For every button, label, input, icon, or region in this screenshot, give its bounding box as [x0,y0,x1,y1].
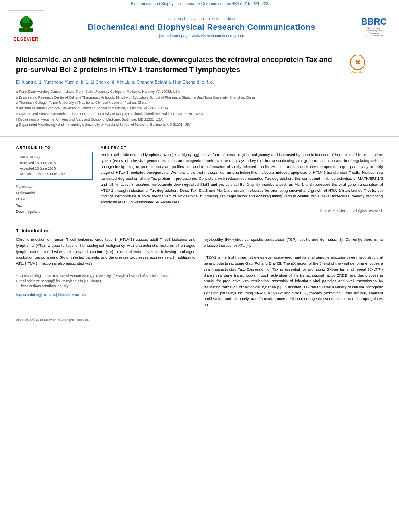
keyword-tax: Tax [16,203,93,209]
article-info-heading: ARTICLE INFO [16,146,93,150]
abstract-text: Adult T cell leukemia and lymphoma (ATL)… [101,152,383,205]
doi-link[interactable]: http://dx.doi.org/10.1016/j.bbrc.2015.06… [16,293,86,297]
crossmark: ✕ CrossMark [350,55,366,71]
bottom-bar: 0006-291X/© 2015 Elsevier Inc. All right… [0,316,399,323]
email-note: E-mail address: hcheng@ihv.umaryland.edu… [16,279,195,284]
svg-point-2 [22,16,30,23]
equal-contrib-note: 1 These authors contribute equally. [16,283,195,289]
keyword-downregulation: Down-regulation [16,209,93,215]
journal-title: Biochemical and Biophysical Research Com… [48,23,355,32]
header-center: Contents lists available at ScienceDirec… [44,16,359,38]
article-title-section: Niclosamide, an anti-helminthic molecule… [0,47,399,132]
journal-citation: Biochemical and Biophysical Research Com… [0,0,399,7]
intro-right-col: myelopathy (HAM)/tropical spastic parapa… [204,237,383,308]
crossmark-icon: ✕ [350,55,365,70]
keyword-niclosamide: Niclosamide [16,190,93,196]
affiliations: a Penn State Hershey Cancer Institute, P… [16,89,383,127]
elsevier-logo: ELSEVIER [8,10,44,43]
main-content: ARTICLE INFO Article history: Received 1… [0,141,399,220]
intro-right-text: myelopathy (HAM)/tropical spastic parapa… [204,237,383,308]
sciencedirect-link: Contents lists available at ScienceDirec… [48,16,355,21]
journal-header: ELSEVIER Contents lists available at Sci… [0,7,399,47]
keywords-label: Keywords: [16,185,93,189]
authors: Di Xiang a, 1, Yunsheng Yuan a, b, 1, Li… [16,79,383,86]
article-title: Niclosamide, an anti-helminthic molecule… [16,55,346,75]
bbrc-logo: BBRC Biochemicaland BiophysicalResearchC… [359,12,391,42]
article-history-box: Article history: Received 16 June 2015 A… [16,152,93,180]
keyword-htlv1: HTLV-1 [16,196,93,202]
footnote-section: * Corresponding author. Institute of Hum… [16,271,195,289]
intro-left-col: Chronic infection of human T cell leukem… [16,237,195,308]
journal-homepage: journal homepage: www.elsevier.com/locat… [48,33,355,38]
introduction-heading: 1. Introduction [16,228,383,234]
doi-section: http://dx.doi.org/10.1016/j.bbrc.2015.06… [16,292,195,297]
history-label: Article history: [20,155,89,159]
corresponding-author-note: * Corresponding author. Institute of Hum… [16,273,195,279]
intro-columns: Chronic infection of human T cell leukem… [16,237,383,308]
keywords-section: Keywords: Niclosamide HTLV-1 Tax Down-re… [16,185,93,215]
introduction-section: 1. Introduction Chronic infection of hum… [0,228,399,316]
intro-left-text: Chronic infection of human T cell leukem… [16,237,195,267]
abstract-heading: ABSTRACT [101,146,383,150]
svg-rect-3 [25,27,27,30]
article-dates: Received 16 June 2015 Accepted 18 June 2… [20,160,89,177]
copyright: © 2015 Elsevier Inc. All rights reserved… [101,209,383,213]
abstract-column: ABSTRACT Adult T cell leukemia and lymph… [101,146,383,215]
article-info-column: ARTICLE INFO Article history: Received 1… [16,146,93,215]
